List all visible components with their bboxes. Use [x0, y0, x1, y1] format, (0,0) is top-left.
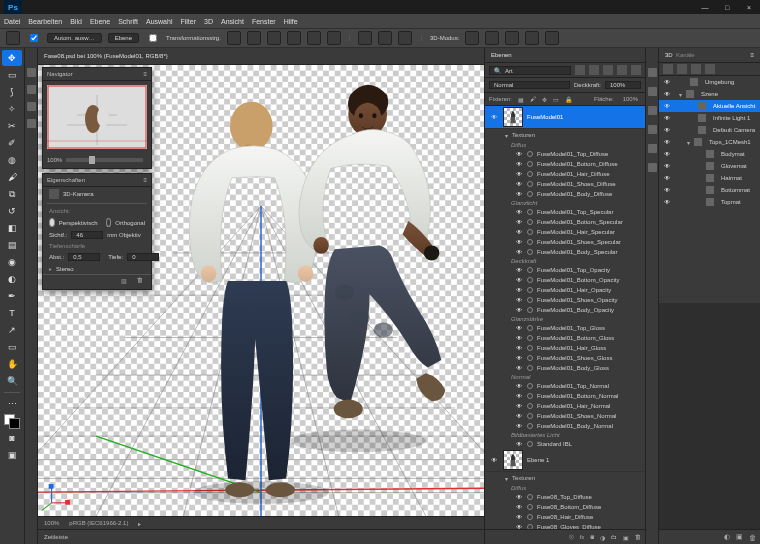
visibility-toggle-icon[interactable]: 👁 [515, 493, 523, 501]
visibility-toggle-icon[interactable]: 👁 [515, 218, 523, 226]
align-icon[interactable] [227, 31, 241, 45]
lock-paint-icon[interactable]: 🖌 [530, 96, 536, 102]
texture-item[interactable]: 👁FuseModel01_Hair_Specular [485, 227, 645, 237]
edit-toolbar[interactable]: ⋯ [2, 396, 22, 412]
texture-link-icon[interactable] [527, 249, 533, 255]
lock-all-icon[interactable]: 🔒 [565, 96, 572, 103]
dodge-tool[interactable]: ◐ [2, 271, 22, 287]
screenmode-tool[interactable]: ▣ [2, 447, 22, 463]
texture-item[interactable]: 👁FuseModel01_Top_Normal [485, 381, 645, 391]
visibility-toggle-icon[interactable]: 👁 [663, 198, 671, 206]
texture-item[interactable]: 👁FuseModel01_Hair_Opacity [485, 285, 645, 295]
visibility-toggle-icon[interactable]: 👁 [663, 78, 671, 86]
twisty-icon[interactable]: ▾ [679, 91, 682, 98]
shape-tool[interactable]: ▭ [2, 339, 22, 355]
layer-group-icon[interactable]: 🗀 [611, 534, 617, 540]
collapsed-panel-icon[interactable] [648, 144, 657, 153]
texture-item[interactable]: 👁FuseModel01_Top_Opacity [485, 265, 645, 275]
scene-item[interactable]: 👁Hairmat [659, 172, 760, 184]
visibility-toggle-icon[interactable]: 👁 [515, 392, 523, 400]
collapsed-panel-icon[interactable] [27, 85, 36, 94]
canvas-area[interactable]: Navigator≡ 100% [38, 65, 484, 516]
scene-new-icon[interactable]: ◐ [724, 533, 730, 541]
depth-depth-input[interactable]: 0 [127, 253, 159, 261]
filter-type-icon[interactable] [603, 65, 613, 75]
texture-item[interactable]: 👁FuseModel01_Hair_Gloss [485, 343, 645, 353]
foreground-background-swatch[interactable] [2, 413, 22, 429]
navigator-panel[interactable]: Navigator≡ 100% [42, 67, 152, 169]
collapsed-panel-icon[interactable] [648, 68, 657, 77]
layer-mask-icon[interactable]: ◙ [590, 534, 594, 540]
scene-new-icon[interactable]: ▣ [736, 533, 743, 541]
tab-3d[interactable]: 3D [665, 52, 673, 58]
visibility-toggle-icon[interactable]: 👁 [663, 174, 671, 182]
texture-link-icon[interactable] [527, 514, 533, 520]
menu-3d[interactable]: 3D [204, 18, 213, 25]
link-layers-icon[interactable]: ⦾ [569, 534, 574, 541]
texture-link-icon[interactable] [527, 355, 533, 361]
transform-controls-checkbox[interactable] [149, 34, 157, 42]
visibility-toggle-icon[interactable]: 👁 [489, 112, 499, 122]
filter-light-icon[interactable] [705, 64, 715, 74]
clone-tool[interactable]: ⧉ [2, 186, 22, 202]
filter-all-icon[interactable] [663, 64, 673, 74]
menu-fenster[interactable]: Fenster [252, 18, 276, 25]
texture-link-icon[interactable] [527, 297, 533, 303]
texture-item[interactable]: 👁FuseModel01_Hair_Normal [485, 401, 645, 411]
menu-auswahl[interactable]: Auswahl [146, 18, 172, 25]
layer-row[interactable]: 👁FuseModel01 [485, 106, 645, 129]
texture-link-icon[interactable] [527, 239, 533, 245]
texture-item[interactable]: 👁FuseModel01_Top_Specular [485, 207, 645, 217]
hand-tool[interactable]: ✋ [2, 356, 22, 372]
texture-link-icon[interactable] [527, 161, 533, 167]
scene-item[interactable]: 👁Topmat [659, 196, 760, 208]
texture-link-icon[interactable] [527, 325, 533, 331]
layer-thumbnail[interactable] [503, 450, 523, 470]
panel-menu-icon[interactable]: ≡ [143, 71, 147, 77]
visibility-toggle-icon[interactable]: 👁 [515, 412, 523, 420]
navigator-thumbnail[interactable] [47, 85, 147, 149]
texture-item[interactable]: 👁FuseModel01_Body_Normal [485, 421, 645, 431]
panel-menu-icon[interactable]: ≡ [750, 52, 754, 58]
panel-menu-icon[interactable]: ≡ [143, 177, 147, 183]
collapsed-panel-icon[interactable] [27, 68, 36, 77]
visibility-toggle-icon[interactable]: 👁 [663, 186, 671, 194]
texture-link-icon[interactable] [527, 209, 533, 215]
texture-link-icon[interactable] [527, 365, 533, 371]
visibility-toggle-icon[interactable]: 👁 [515, 150, 523, 158]
texture-item[interactable]: 👁FuseModel01_Top_Diffuse [485, 149, 645, 159]
slide-3d-icon[interactable] [525, 31, 539, 45]
texture-item[interactable]: 👁FuseModel01_Shoes_Diffuse [485, 179, 645, 189]
pen-tool[interactable]: ✒ [2, 288, 22, 304]
texture-item[interactable]: 👁FuseModel01_Bottom_Specular [485, 217, 645, 227]
scene-item[interactable]: 👁Aktuelle Ansicht [659, 100, 760, 112]
scene-item[interactable]: 👁▾Szene [659, 88, 760, 100]
perspective-radio[interactable] [49, 218, 55, 227]
visibility-toggle-icon[interactable]: 👁 [515, 266, 523, 274]
layer-list[interactable]: 👁FuseModel01▾TexturenDiffus👁FuseModel01_… [485, 106, 645, 529]
depth-dist-input[interactable]: 0,5 [68, 253, 100, 261]
texture-item[interactable]: 👁FuseModel01_Body_Diffuse [485, 189, 645, 199]
twisty-icon[interactable]: ▾ [687, 139, 690, 146]
align-icon[interactable] [307, 31, 321, 45]
distribute-icon[interactable] [358, 31, 372, 45]
layers-tab[interactable]: Ebenen [491, 52, 512, 58]
distribute-icon[interactable] [398, 31, 412, 45]
new-layer-icon[interactable]: ▣ [623, 534, 629, 541]
scene-item[interactable]: 👁Infinite Light 1 [659, 112, 760, 124]
collapsed-panel-icon[interactable] [648, 125, 657, 134]
texture-link-icon[interactable] [527, 171, 533, 177]
texture-item[interactable]: 👁FuseModel01_Top_Gloss [485, 323, 645, 333]
texture-item[interactable]: 👁FuseModel01_Bottom_Opacity [485, 275, 645, 285]
marquee-tool[interactable]: ▭ [2, 67, 22, 83]
texture-link-icon[interactable] [527, 413, 533, 419]
textures-header[interactable]: ▾Texturen [485, 129, 645, 141]
visibility-toggle-icon[interactable]: 👁 [663, 138, 671, 146]
texture-item[interactable]: 👁FuseModel01_Bottom_Normal [485, 391, 645, 401]
visibility-toggle-icon[interactable]: 👁 [515, 513, 523, 521]
texture-link-icon[interactable] [527, 229, 533, 235]
type-tool[interactable]: T [2, 305, 22, 321]
visibility-toggle-icon[interactable]: 👁 [515, 190, 523, 198]
texture-item[interactable]: 👁FuseModel01_Body_Gloss [485, 363, 645, 373]
visibility-toggle-icon[interactable]: 👁 [515, 503, 523, 511]
